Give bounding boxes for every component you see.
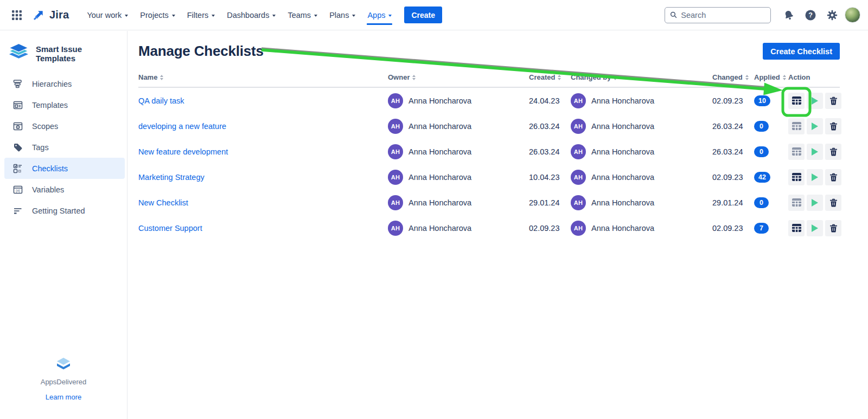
avatar: AH [571, 93, 586, 108]
owner-name: Anna Honcharova [409, 96, 471, 105]
sort-icon[interactable] [745, 75, 749, 80]
variables-icon: (x) [12, 184, 24, 196]
sort-icon[interactable] [614, 75, 617, 80]
sidebar-item-variables[interactable]: (x) Variables [0, 179, 127, 200]
changed-by-name: Anna Honcharova [591, 147, 654, 156]
delete-checklist-button[interactable] [825, 220, 841, 236]
search-input[interactable] [681, 11, 765, 20]
nav-dashboards[interactable]: Dashboards [221, 0, 282, 30]
learn-more-link[interactable]: Learn more [46, 393, 81, 401]
primary-nav: Your work Projects Filters Dashboards Te… [81, 0, 398, 30]
page: Jira Your work Projects Filters Dashboar… [0, 0, 868, 419]
sort-icon[interactable] [160, 75, 163, 80]
sort-icon[interactable] [412, 75, 416, 80]
sidebar-item-label: Tags [32, 143, 49, 152]
run-checklist-button[interactable] [807, 169, 823, 185]
applied-count-badge: 0 [754, 197, 769, 208]
top-navigation-bar: Jira Your work Projects Filters Dashboar… [0, 0, 868, 30]
owner-name: Anna Honcharova [409, 173, 471, 182]
view-applied-issues-button[interactable] [788, 169, 805, 185]
changed-date: 02.09.23 [712, 173, 754, 182]
applied-count-badge: 0 [754, 121, 769, 132]
column-header-created[interactable]: Created [529, 73, 571, 81]
run-checklist-button[interactable] [807, 195, 823, 211]
chevron-down-icon [388, 15, 392, 17]
help-icon[interactable]: ? [801, 6, 820, 24]
checklist-name-link[interactable]: QA daily task [138, 96, 184, 105]
avatar: AH [388, 170, 403, 185]
svg-text:(x): (x) [16, 189, 20, 193]
column-header-changed-by[interactable]: Changed by [571, 73, 712, 81]
sort-icon[interactable] [783, 75, 786, 80]
table-row: Marketing Strategy AHAnna Honcharova 10.… [138, 164, 840, 190]
avatar: AH [571, 195, 586, 210]
view-applied-issues-button[interactable] [788, 195, 805, 211]
notifications-bell-icon[interactable] [780, 6, 798, 24]
sidebar: Smart Issue Templates Hierarchies [0, 31, 127, 419]
nav-plans[interactable]: Plans [323, 0, 361, 30]
sidebar-item-hierarchies[interactable]: Hierarchies [0, 73, 127, 94]
nav-apps[interactable]: Apps [361, 0, 398, 30]
app-switcher-icon[interactable] [8, 6, 26, 24]
checklist-name-link[interactable]: developing a new feature [138, 122, 226, 131]
view-applied-issues-button[interactable] [788, 144, 805, 160]
table-row: QA daily task AHAnna Honcharova 24.04.23… [138, 88, 840, 113]
table-row: New feature development AHAnna Honcharov… [138, 139, 840, 164]
nav-filters[interactable]: Filters [181, 0, 221, 30]
checklist-name-link[interactable]: New feature development [138, 147, 228, 156]
sidebar-item-label: Templates [32, 101, 68, 109]
tags-icon [12, 141, 24, 153]
search-box[interactable] [665, 7, 771, 23]
appsdelivered-brand: AppsDelivered [0, 378, 127, 386]
sidebar-item-templates[interactable]: Templates [0, 94, 127, 115]
chevron-down-icon [212, 15, 215, 17]
view-applied-issues-button[interactable] [788, 118, 805, 134]
settings-gear-icon[interactable] [823, 6, 841, 24]
checklists-table: Name Owner Created Changed by Changed Ap… [138, 73, 840, 241]
view-applied-issues-button[interactable] [788, 220, 805, 236]
nav-projects[interactable]: Projects [134, 0, 181, 30]
sidebar-nav: Hierarchies Templates [0, 73, 127, 221]
sort-icon[interactable] [558, 75, 561, 80]
nav-your-work[interactable]: Your work [81, 0, 134, 30]
checklist-name-link[interactable]: New Checklist [138, 198, 188, 207]
create-checklist-button[interactable]: Create Checklist [763, 43, 840, 60]
run-checklist-button[interactable] [807, 144, 823, 160]
sidebar-item-label: Hierarchies [32, 80, 72, 88]
jira-wordmark: Jira [49, 9, 69, 21]
created-date: 24.04.23 [529, 96, 571, 105]
checklist-name-link[interactable]: Customer Support [138, 224, 202, 233]
sidebar-item-tags[interactable]: Tags [0, 137, 127, 158]
app-header: Smart Issue Templates [0, 31, 127, 64]
delete-checklist-button[interactable] [825, 195, 841, 211]
chevron-down-icon [172, 15, 175, 17]
changed-by-name: Anna Honcharova [591, 198, 654, 207]
jira-logo[interactable]: Jira [31, 8, 69, 22]
sidebar-item-scopes[interactable]: Scopes [0, 115, 127, 137]
sidebar-item-checklists[interactable]: Checklists [4, 158, 125, 179]
column-header-applied[interactable]: Applied [754, 73, 788, 81]
chevron-down-icon [125, 15, 128, 17]
view-applied-issues-button[interactable] [788, 93, 805, 109]
column-header-changed[interactable]: Changed [712, 73, 754, 81]
nav-teams[interactable]: Teams [282, 0, 323, 30]
sidebar-footer: AppsDelivered Learn more [0, 357, 127, 402]
checklist-name-link[interactable]: Marketing Strategy [138, 173, 205, 182]
delete-checklist-button[interactable] [825, 93, 841, 109]
column-header-owner[interactable]: Owner [388, 73, 529, 81]
run-checklist-button[interactable] [807, 118, 823, 134]
sidebar-item-label: Getting Started [32, 207, 85, 215]
delete-checklist-button[interactable] [825, 169, 841, 185]
sidebar-item-getting-started[interactable]: Getting Started [0, 200, 127, 221]
owner-name: Anna Honcharova [409, 198, 471, 207]
delete-checklist-button[interactable] [825, 144, 841, 160]
run-checklist-button[interactable] [807, 93, 823, 109]
hierarchies-icon [12, 78, 24, 90]
column-header-name[interactable]: Name [138, 73, 388, 81]
changed-by-name: Anna Honcharova [591, 122, 654, 131]
app-title: Smart Issue Templates [36, 44, 122, 63]
delete-checklist-button[interactable] [825, 118, 841, 134]
create-button[interactable]: Create [404, 7, 442, 23]
run-checklist-button[interactable] [807, 220, 823, 236]
user-avatar[interactable] [845, 7, 860, 23]
